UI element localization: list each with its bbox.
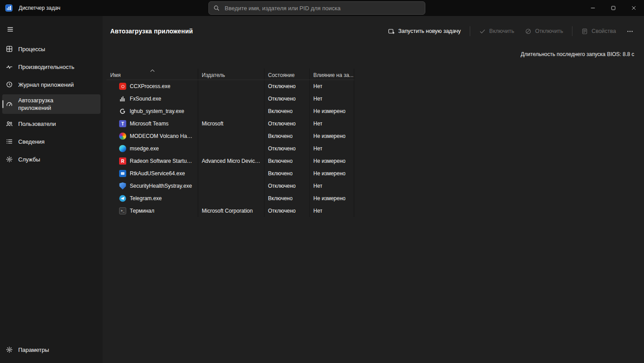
table-row[interactable]: RtkAudUService64.exeВключеноНе измерено <box>107 167 354 180</box>
sidebar-bottom: Параметры <box>0 342 103 359</box>
app-status: Отключено <box>268 83 296 89</box>
maximize-button[interactable] <box>603 0 624 16</box>
properties-button[interactable]: Свойства <box>577 25 620 38</box>
app-status: Отключено <box>268 121 296 127</box>
task-manager-logo-icon <box>5 4 12 12</box>
run-new-task-label: Запустить новую задачу <box>398 28 461 34</box>
ccx-app-icon <box>119 83 126 90</box>
column-header-publisher[interactable]: Издатель <box>198 69 264 80</box>
sidebar-item-label: Процессы <box>18 45 45 53</box>
settings-gear-icon <box>6 346 13 353</box>
table-row[interactable]: RRadeon Software Startup T...Advanced Mi… <box>107 155 354 167</box>
column-header-status[interactable]: Состояние <box>264 69 310 80</box>
app-name: RtkAudUService64.exe <box>130 170 185 177</box>
table-row[interactable]: msedge.exeОтключеноНет <box>107 142 354 155</box>
hamburger-icon <box>7 26 14 33</box>
teams-app-icon: T <box>119 120 126 127</box>
app-name: Microsoft Teams <box>130 121 168 127</box>
hamburger-menu-button[interactable] <box>3 22 18 36</box>
enable-label: Включить <box>489 28 514 34</box>
app-name: lghub_system_tray.exe <box>130 108 184 114</box>
main-content: Автозагрузка приложений Запустить новую … <box>103 16 644 363</box>
sidebar-nav: ПроцессыПроизводительностьЖурнал приложе… <box>0 41 103 167</box>
bios-duration-row: Длительность последнего запуска BIOS: 8.… <box>107 50 638 58</box>
sidebar-item-services[interactable]: Службы <box>2 151 100 167</box>
sidebar-item-users[interactable]: Пользователи <box>2 116 100 132</box>
toolbar: Автозагрузка приложений Запустить новую … <box>107 20 638 42</box>
minimize-button[interactable] <box>583 0 603 16</box>
rtk-app-icon <box>119 170 126 177</box>
app-name: msedge.exe <box>130 145 159 152</box>
terminal-app-icon: >_ <box>119 207 126 214</box>
column-header-impact[interactable]: Влияние на за... <box>310 69 354 80</box>
edge-app-icon <box>119 145 126 152</box>
app-status: Включено <box>268 195 292 202</box>
sort-ascending-icon <box>150 69 155 72</box>
app-status: Включено <box>268 133 292 139</box>
performance-icon <box>6 63 13 70</box>
close-button[interactable] <box>624 0 644 16</box>
maximize-icon <box>610 5 616 11</box>
sidebar-item-processes[interactable]: Процессы <box>2 41 100 57</box>
table-row[interactable]: CCXProcess.exeОтключеноНет <box>107 80 354 93</box>
sidebar-item-label: Производительность <box>18 63 74 71</box>
more-options-icon <box>627 28 633 35</box>
startup-apps-table: ИмяИздательСостояниеВлияние на за... CCX… <box>107 69 354 217</box>
search-icon <box>213 5 220 11</box>
check-icon <box>479 28 486 35</box>
table-row[interactable]: FxSound.exeОтключеноНет <box>107 93 354 105</box>
sidebar: ПроцессыПроизводительностьЖурнал приложе… <box>0 16 103 363</box>
search-box[interactable] <box>208 1 425 15</box>
sidebar-item-details[interactable]: Сведения <box>2 133 100 149</box>
app-name: Radeon Software Startup T... <box>130 158 194 164</box>
sidebar-item-label: Службы <box>18 156 40 163</box>
processes-icon <box>6 45 13 52</box>
startup-apps-icon <box>6 101 13 108</box>
toolbar-divider <box>572 26 572 36</box>
properties-icon <box>581 28 588 35</box>
app-status: Отключено <box>268 208 296 214</box>
column-header-name[interactable]: Имя <box>107 69 198 80</box>
column-label: Состояние <box>268 72 295 78</box>
table-row[interactable]: >_ТерминалMicrosoft CorporationОтключено… <box>107 205 354 217</box>
app-name: CCXProcess.exe <box>130 83 170 89</box>
sidebar-item-performance[interactable]: Производительность <box>2 59 100 75</box>
app-impact: Не измерено <box>313 158 345 164</box>
sidebar-item-app-history[interactable]: Журнал приложений <box>2 77 100 93</box>
app-publisher: Microsoft <box>202 121 224 127</box>
app-history-icon <box>6 81 13 88</box>
radeon-app-icon: R <box>119 157 126 165</box>
app-status: Отключено <box>268 96 296 102</box>
app-impact: Нет <box>313 121 322 127</box>
table-row[interactable]: MODECOM Volcano Ham...ВключеноНе измерен… <box>107 130 354 142</box>
app-status: Отключено <box>268 183 296 189</box>
task-manager-window: Диспетчер задач <box>0 0 644 363</box>
app-impact: Не измерено <box>313 195 345 202</box>
search-input[interactable] <box>224 4 420 12</box>
sidebar-item-label: Параметры <box>18 346 49 354</box>
sidebar-item-startup-apps[interactable]: Автозагрузка приложений <box>2 94 100 114</box>
minimize-icon <box>590 5 596 11</box>
sidebar-item-settings[interactable]: Параметры <box>2 342 100 358</box>
lghub-app-icon <box>119 108 126 115</box>
table-row[interactable]: lghub_system_tray.exeВключеноНе измерено <box>107 105 354 117</box>
table-row[interactable]: TMicrosoft TeamsMicrosoftОтключеноНет <box>107 117 354 130</box>
app-publisher: Microsoft Corporation <box>202 208 253 214</box>
enable-button[interactable]: Включить <box>475 25 519 38</box>
more-options-button[interactable] <box>622 25 638 38</box>
app-name: MODECOM Volcano Ham... <box>130 133 194 139</box>
table-row[interactable]: SecurityHealthSystray.exeОтключеноНет <box>107 180 354 192</box>
table-row[interactable]: Telegram.exeВключеноНе измерено <box>107 192 354 205</box>
users-icon <box>6 120 13 127</box>
toolbar-actions: Запустить новую задачу Включить <box>384 25 638 38</box>
app-name: SecurityHealthSystray.exe <box>130 183 192 189</box>
column-label: Издатель <box>202 72 225 78</box>
column-label: Влияние на за... <box>313 72 353 78</box>
app-impact: Не измерено <box>313 108 345 114</box>
close-icon <box>631 5 637 11</box>
disable-button[interactable]: Отключить <box>520 25 568 38</box>
sidebar-item-label: Пользователи <box>18 120 56 128</box>
bios-duration-text: Длительность последнего запуска BIOS: 8.… <box>520 51 634 57</box>
run-new-task-button[interactable]: Запустить новую задачу <box>384 25 465 38</box>
services-icon <box>6 156 13 163</box>
